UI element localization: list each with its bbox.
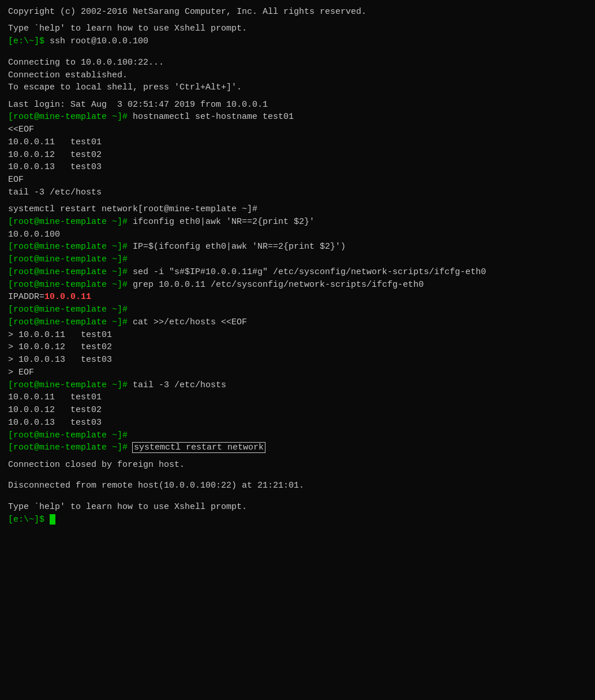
terminal-line [8,492,587,497]
root-command: sed -i "s#$IP#10.0.0.11#g" /etc/sysconfi… [133,267,486,277]
root-prompt: [root@mine-template ~]# [8,254,128,264]
terminal-line: Type `help' to learn how to use Xshell p… [8,23,587,35]
terminal-line: Connection established. [8,69,587,82]
terminal-line: [root@mine-template ~]# grep 10.0.0.11 /… [8,279,587,291]
root-command: hostnamectl set-hostname test01 [133,112,294,122]
terminal-line: tail -3 /etc/hosts [8,186,587,199]
root-command: IP=$(ifconfig eth0|awk 'NR==2{print $2}'… [133,242,346,252]
terminal-line [8,18,587,23]
terminal-line: 10.0.0.13 test03 [8,161,587,174]
terminal-line: [root@mine-template ~]# hostnamectl set-… [8,111,587,123]
root-prompt: [root@mine-template ~]# [8,443,133,452]
root-command: grep 10.0.0.11 /etc/sysconfig/network-sc… [133,280,424,290]
highlighted-command: systemctl restart network [133,443,265,452]
terminal-line: > 10.0.0.12 test02 [8,341,587,354]
terminal-line: systemctl restart network[root@mine-temp… [8,203,587,216]
shell-command: ssh root@10.0.0.100 [50,36,148,46]
terminal-line: Disconnected from remote host(10.0.0.100… [8,480,587,492]
terminal-line [8,471,587,476]
terminal-line: [root@mine-template ~]# [8,429,587,442]
root-prompt: [root@mine-template ~]# [8,431,128,440]
root-prompt: [root@mine-template ~]# [8,305,128,315]
terminal-line: 10.0.0.12 test02 [8,149,587,162]
terminal-line: > 10.0.0.13 test03 [8,354,587,366]
terminal-line: > 10.0.0.11 test01 [8,329,587,342]
terminal-line [8,52,587,57]
root-prompt: [root@mine-template ~]# [8,267,133,277]
terminal-line: Connecting to 10.0.0.100:22... [8,57,587,69]
terminal-line: 10.0.0.100 [8,229,587,241]
root-prompt: [root@mine-template ~]# [8,112,133,122]
terminal-line: [root@mine-template ~]# [8,253,587,266]
terminal-line: [root@mine-template ~]# IP=$(ifconfig et… [8,241,587,253]
root-command: tail -3 /etc/hosts [133,380,226,390]
terminal-line: [root@mine-template ~]# ifconfig eth0|aw… [8,216,587,229]
terminal-line [8,476,587,480]
terminal-line: [root@mine-template ~]# sed -i "s#$IP#10… [8,266,587,279]
terminal-line: [root@mine-template ~]# [8,304,587,316]
terminal-line: Type `help' to learn how to use Xshell p… [8,501,587,514]
terminal-line [8,454,587,459]
terminal-line: EOF [8,174,587,186]
terminal-line: [e:\~]$ [8,514,587,526]
terminal-output: Copyright (c) 2002-2016 NetSarang Comput… [8,6,587,526]
terminal-line: > EOF [8,366,587,379]
terminal-line [8,497,587,501]
terminal-line: 10.0.0.13 test03 [8,417,587,429]
terminal-cursor [50,514,55,525]
root-prompt: [root@mine-template ~]# [8,317,133,327]
root-prompt: [root@mine-template ~]# [8,380,133,390]
terminal-line: Last login: Sat Aug 3 02:51:47 2019 from… [8,99,587,111]
terminal-line: [root@mine-template ~]# tail -3 /etc/hos… [8,379,587,392]
root-prompt: [root@mine-template ~]# [8,280,133,290]
terminal-line: 10.0.0.11 test01 [8,391,587,404]
shell-prompt: [e:\~]$ [8,515,50,525]
terminal-line: IPADDR=10.0.0.11 [8,291,587,304]
root-prompt: [root@mine-template ~]# [8,242,133,252]
terminal-line: [root@mine-template ~]# systemctl restar… [8,441,587,454]
root-command: cat >>/etc/hosts <<EOF [133,317,247,327]
shell-prompt: [e:\~]$ [8,36,50,46]
terminal-line [8,199,587,204]
terminal-line: [e:\~]$ ssh root@10.0.0.100 [8,35,587,48]
terminal-line: 10.0.0.11 test01 [8,136,587,149]
terminal-line: [root@mine-template ~]# cat >>/etc/hosts… [8,316,587,329]
terminal-line: 10.0.0.12 test02 [8,404,587,417]
ipaddr-value: 10.0.0.11 [44,292,91,302]
terminal-line: To escape to local shell, press 'Ctrl+Al… [8,81,587,94]
terminal-line: Connection closed by foreign host. [8,459,587,471]
terminal-line: Copyright (c) 2002-2016 NetSarang Comput… [8,6,587,18]
ipaddr-label: IPADDR= [8,292,44,302]
terminal-line [8,48,587,53]
terminal-line: <<EOF [8,123,587,136]
root-command: ifconfig eth0|awk 'NR==2{print $2}' [133,217,315,227]
root-prompt: [root@mine-template ~]# [8,217,133,227]
terminal-line [8,94,587,99]
